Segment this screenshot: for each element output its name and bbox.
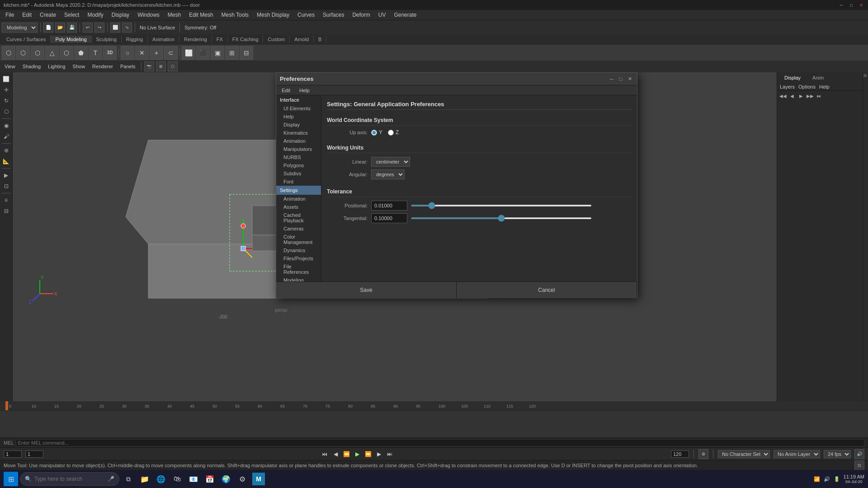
frame-start-field[interactable] <box>4 450 22 458</box>
menu-deform[interactable]: Deform <box>349 11 373 19</box>
shelf-tab-arnold[interactable]: Arnold <box>290 36 314 43</box>
positional-input[interactable] <box>371 201 407 211</box>
calendar-icon[interactable]: 📅 <box>203 472 217 486</box>
task-view-button[interactable]: ⧉ <box>121 472 136 486</box>
measure-tool[interactable]: 📐 <box>1 156 11 166</box>
menu-select[interactable]: Select <box>61 11 83 19</box>
pref-cat-nurbs[interactable]: NURBS <box>276 153 321 161</box>
up-axis-y-radio[interactable]: Y <box>371 129 382 136</box>
pref-cat-polygons[interactable]: Polygons <box>276 161 321 169</box>
rp-back-btn[interactable]: ◀◀ <box>779 92 787 100</box>
file-explorer-icon[interactable]: 📁 <box>137 472 152 486</box>
view-menu[interactable]: View <box>2 63 18 70</box>
wire-btn[interactable]: ⬡ <box>168 61 178 71</box>
pref-cat-cameras[interactable]: Cameras <box>276 225 321 233</box>
rp-play-btn[interactable]: ▶ <box>797 92 805 100</box>
menu-mesh-tools[interactable]: Mesh Tools <box>218 11 252 19</box>
shelf-icon-2[interactable]: ⬡ <box>16 46 30 60</box>
pref-edit-menu[interactable]: Edit <box>278 87 294 94</box>
pref-save-button[interactable]: Save <box>276 282 457 298</box>
pref-cat-display[interactable]: Display <box>276 121 321 129</box>
shelf-tab-animation[interactable]: Animation <box>148 36 179 43</box>
tangential-slider[interactable] <box>411 217 592 219</box>
menu-generate[interactable]: Generate <box>390 11 420 19</box>
shelf-tab-polymodeling[interactable]: Poly Modeling <box>51 36 91 43</box>
pref-close-button[interactable]: ✕ <box>626 75 633 83</box>
rp-end-btn[interactable]: ⏭ <box>815 92 823 100</box>
layers-menu[interactable]: Layers <box>780 84 795 89</box>
display-tab[interactable]: Display <box>780 74 805 81</box>
search-input[interactable] <box>34 476 105 482</box>
show-menu[interactable]: Show <box>70 63 88 70</box>
menu-file[interactable]: File <box>2 11 18 19</box>
pref-cat-color-management[interactable]: Color Management <box>276 233 321 246</box>
options-menu[interactable]: Options <box>798 84 816 89</box>
shelf-icon-11[interactable]: + <box>150 46 163 60</box>
shelf-tab-sculpting[interactable]: Sculpting <box>92 36 122 43</box>
next-key-button[interactable]: ⏩ <box>363 450 373 459</box>
character-set-dropdown[interactable]: No Character Set <box>718 450 770 458</box>
chrome-icon[interactable]: ⚙ <box>235 472 250 486</box>
mode-dropdown[interactable]: Modeling <box>2 23 38 33</box>
edge-browser-icon[interactable]: 🌐 <box>154 472 168 486</box>
new-scene-button[interactable]: 📄 <box>43 23 53 33</box>
store-icon[interactable]: 🛍 <box>170 472 184 486</box>
shelf-icon-7[interactable]: T <box>89 46 102 60</box>
shelf-tab-fx[interactable]: FX <box>212 36 228 43</box>
anim-prefs-button[interactable]: ⚙ <box>698 449 708 459</box>
shelf-tab-rendering[interactable]: Rendering <box>179 36 212 43</box>
select-tool[interactable]: ⬜ <box>1 74 11 84</box>
pref-cat-files-projects[interactable]: Files/Projects <box>276 254 321 263</box>
go-to-end-button[interactable]: ⏭ <box>385 450 394 459</box>
lasso-tool-button[interactable]: ∿ <box>122 23 132 33</box>
shading-menu[interactable]: Shading <box>20 63 43 70</box>
pref-cat-help[interactable]: Help <box>276 113 321 121</box>
shelf-tab-custom[interactable]: Custom <box>263 36 290 43</box>
scale-tool[interactable]: ⬡ <box>1 107 11 117</box>
save-scene-button[interactable]: 💾 <box>67 23 77 33</box>
paint-tool[interactable]: 🖌 <box>1 131 11 141</box>
pref-cat-subdivs[interactable]: Subdivs <box>276 169 321 178</box>
menu-edit-mesh[interactable]: Edit Mesh <box>185 11 217 19</box>
maximize-button[interactable]: □ <box>848 2 854 8</box>
fps-dropdown[interactable]: 24 fps <box>824 450 851 458</box>
select-tool-button[interactable]: ⬜ <box>110 23 120 33</box>
minimize-button[interactable]: ─ <box>838 2 844 8</box>
attred-btn[interactable]: ⊟ <box>1 206 11 216</box>
pref-cat-animation[interactable]: Animation <box>276 137 321 145</box>
next-frame-button[interactable]: ▶ <box>374 450 383 459</box>
sound-btn[interactable]: 🔊 <box>854 449 864 459</box>
help-menu[interactable]: Help <box>819 84 830 89</box>
grid-btn[interactable]: ⊞ <box>156 61 166 71</box>
pref-cat-dynamics[interactable]: Dynamics <box>276 246 321 254</box>
menu-curves[interactable]: Curves <box>294 11 318 19</box>
frame-end-field[interactable] <box>671 450 689 458</box>
menu-mesh[interactable]: Mesh <box>164 11 184 19</box>
positional-slider[interactable] <box>411 205 592 206</box>
play-button[interactable]: ▶ <box>353 450 362 459</box>
pref-minimize-button[interactable]: ─ <box>608 75 615 83</box>
frame-current-field[interactable] <box>25 450 43 458</box>
pref-cat-cached-playback[interactable]: Cached Playback <box>276 211 321 225</box>
pref-cat-settings-animation[interactable]: Animation <box>276 195 321 203</box>
renderer-menu[interactable]: Renderer <box>90 63 116 70</box>
shelf-icon-13[interactable]: ⬜ <box>182 46 195 60</box>
maya-taskbar-icon[interactable]: M <box>251 472 266 486</box>
pref-cat-settings[interactable]: Settings <box>276 186 321 195</box>
rp-next-btn[interactable]: ▶▶ <box>806 92 814 100</box>
menu-modify[interactable]: Modify <box>84 11 107 19</box>
camera-btn[interactable]: 📷 <box>144 61 154 71</box>
undo-button[interactable]: ↩ <box>83 23 93 33</box>
menu-mesh-display[interactable]: Mesh Display <box>253 11 293 19</box>
panels-menu[interactable]: Panels <box>118 63 138 70</box>
shelf-icon-1[interactable]: ⬡ <box>2 46 15 60</box>
pref-cat-font[interactable]: Font <box>276 178 321 186</box>
soft-select-tool[interactable]: ◉ <box>1 121 11 131</box>
shelf-icon-14[interactable]: ⬛ <box>196 46 210 60</box>
angular-dropdown[interactable]: degrees <box>371 169 405 179</box>
internet-icon[interactable]: 🌍 <box>219 472 233 486</box>
pref-maximize-button[interactable]: □ <box>617 75 624 83</box>
menu-windows[interactable]: Windows <box>134 11 163 19</box>
shelf-icon-8[interactable]: 3D <box>103 46 117 60</box>
move-tool[interactable]: ✛ <box>1 85 11 95</box>
